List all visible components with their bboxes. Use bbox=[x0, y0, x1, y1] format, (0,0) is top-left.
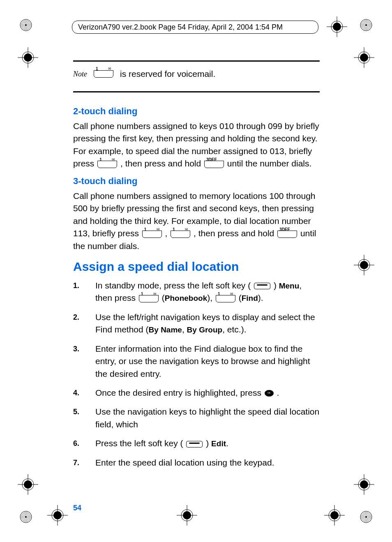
text: Enter the speed dial location using the … bbox=[95, 458, 274, 467]
svg-point-14 bbox=[25, 516, 27, 518]
svg-point-34 bbox=[360, 261, 368, 269]
paragraph-3touch: Call phone numbers assigned to memory lo… bbox=[73, 190, 320, 252]
page-content: 2-touch dialing Call phone numbers assig… bbox=[73, 106, 320, 475]
note-icon: Note bbox=[73, 70, 87, 78]
key-1-icon bbox=[94, 70, 113, 78]
text: ). bbox=[258, 293, 263, 302]
key-1-icon bbox=[97, 161, 117, 168]
bygroup-label: By Group bbox=[187, 325, 223, 334]
text: until the number dials. bbox=[227, 159, 311, 168]
phonebook-label: Phonebook bbox=[165, 294, 207, 302]
softkey-icon bbox=[254, 283, 270, 289]
svg-point-4 bbox=[25, 24, 27, 26]
key-3-icon bbox=[277, 231, 297, 238]
key-1-icon bbox=[216, 295, 235, 302]
svg-point-46 bbox=[330, 511, 339, 519]
svg-point-50 bbox=[24, 480, 32, 489]
header-text: VerizonA790 ver.2.book Page 54 Friday, A… bbox=[78, 23, 283, 32]
text: Enter information into the Find dialogue… bbox=[95, 344, 310, 378]
page-header: VerizonA790 ver.2.book Page 54 Friday, A… bbox=[72, 21, 318, 34]
reg-mark-icon bbox=[20, 511, 32, 523]
softkey-icon bbox=[186, 441, 203, 447]
svg-point-42 bbox=[183, 511, 191, 519]
heading-2touch: 2-touch dialing bbox=[73, 106, 320, 117]
text: , bbox=[165, 228, 170, 238]
crop-mark-icon bbox=[354, 474, 374, 495]
text: Press the left soft key ( bbox=[95, 438, 183, 448]
crop-mark-icon bbox=[18, 47, 38, 68]
step-7: Enter the speed dial location using the … bbox=[73, 457, 320, 469]
reg-mark-icon bbox=[360, 19, 372, 31]
heading-3touch: 3-touch dialing bbox=[73, 176, 320, 187]
text: . bbox=[277, 388, 279, 397]
text: ( bbox=[239, 293, 242, 302]
svg-point-26 bbox=[24, 53, 32, 62]
crop-mark-icon bbox=[324, 505, 345, 526]
crop-mark-icon bbox=[327, 16, 347, 37]
key-1-icon bbox=[171, 231, 190, 238]
byname-label: By Name bbox=[149, 325, 182, 334]
menu-label: Menu bbox=[279, 281, 300, 290]
key-1-icon bbox=[139, 295, 159, 302]
svg-point-54 bbox=[360, 480, 368, 489]
text: ) bbox=[274, 281, 279, 290]
text: ( bbox=[162, 293, 165, 302]
crop-mark-icon bbox=[354, 255, 374, 275]
svg-point-9 bbox=[365, 24, 367, 26]
step-6: Press the left soft key ( ) Edit. bbox=[73, 437, 320, 450]
ok-button-icon bbox=[265, 390, 274, 397]
step-3: Enter information into the Find dialogue… bbox=[73, 343, 320, 380]
svg-point-38 bbox=[53, 511, 62, 519]
text: , etc.). bbox=[222, 325, 246, 334]
svg-point-30 bbox=[360, 53, 368, 62]
svg-point-22 bbox=[333, 23, 341, 31]
step-2: Use the left/right navigation keys to di… bbox=[73, 311, 320, 336]
reg-mark-icon bbox=[360, 511, 372, 523]
key-1-icon bbox=[142, 231, 162, 238]
crop-mark-icon bbox=[18, 474, 38, 495]
paragraph-2touch: Call phone numbers assigned to keys 010 … bbox=[73, 120, 320, 170]
reg-mark-icon bbox=[20, 19, 32, 31]
text: In standby mode, press the left soft key… bbox=[95, 281, 251, 290]
text: ), bbox=[207, 293, 215, 302]
note-callout: Note is reserved for voicemail. bbox=[73, 60, 320, 92]
step-1: In standby mode, press the left soft key… bbox=[73, 279, 320, 304]
steps-list: In standby mode, press the left soft key… bbox=[73, 279, 320, 469]
crop-mark-icon bbox=[47, 505, 68, 526]
edit-label: Edit bbox=[211, 439, 226, 448]
heading-assign: Assign a speed dial location bbox=[73, 260, 320, 274]
text: , bbox=[182, 325, 187, 334]
key-3-icon bbox=[204, 161, 224, 168]
crop-mark-icon bbox=[177, 505, 197, 526]
page-number: 54 bbox=[73, 504, 81, 512]
crop-mark-icon bbox=[354, 47, 374, 68]
note-text: is reserved for voicemail. bbox=[120, 69, 215, 79]
step-5: Use the navigation keys to highlight the… bbox=[73, 406, 320, 431]
text: ) bbox=[206, 438, 211, 448]
text: , then press and hold bbox=[194, 228, 277, 238]
text: , then press and hold bbox=[120, 159, 203, 168]
text: Once the desired entry is highlighted, p… bbox=[95, 388, 264, 397]
step-4: Once the desired entry is highlighted, p… bbox=[73, 387, 320, 399]
text: Use the navigation keys to highlight the… bbox=[95, 407, 319, 429]
svg-point-19 bbox=[365, 516, 367, 518]
text: . bbox=[226, 438, 228, 448]
find-label: Find bbox=[242, 294, 258, 302]
